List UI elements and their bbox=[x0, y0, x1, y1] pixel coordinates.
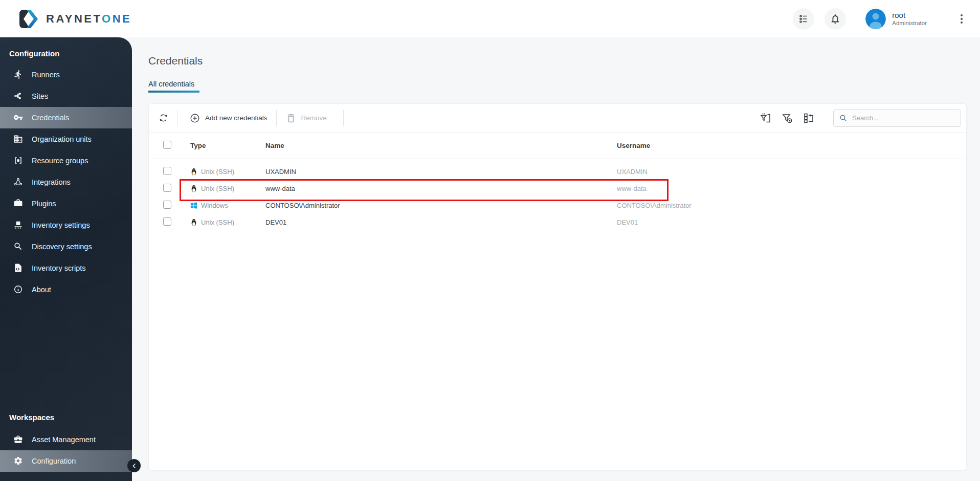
column-header-username[interactable]: Username bbox=[617, 142, 966, 149]
table-row[interactable]: Unix (SSH) UXADMIN UXADMIN bbox=[149, 163, 966, 180]
task-list-button[interactable] bbox=[793, 8, 814, 30]
username-cell: UXADMIN bbox=[617, 168, 966, 176]
sidebar-item[interactable]: Asset Management bbox=[0, 429, 132, 450]
sidebar-item[interactable]: Inventory scripts bbox=[0, 257, 132, 279]
sidebar-item[interactable]: Organization units bbox=[0, 128, 132, 150]
refresh-icon bbox=[158, 113, 169, 123]
type-label: Unix (SSH) bbox=[201, 185, 234, 192]
user-role: Administrator bbox=[892, 20, 927, 27]
sidebar-item[interactable]: Sites bbox=[0, 85, 132, 107]
sidebar-section-title: Workspaces bbox=[0, 413, 132, 429]
avatar[interactable] bbox=[865, 9, 886, 29]
refresh-button[interactable] bbox=[158, 113, 169, 123]
sidebar-item-label: Plugins bbox=[32, 200, 56, 208]
sidebar-item-label: Discovery settings bbox=[32, 243, 92, 251]
sidebar-item[interactable]: About bbox=[0, 279, 132, 300]
remove-label: Remove bbox=[301, 114, 327, 122]
sidebar-item-label: Runners bbox=[32, 71, 60, 79]
search-input[interactable] bbox=[852, 114, 955, 122]
user-avatar-icon bbox=[865, 9, 886, 29]
sidebar-item[interactable]: Inventory settings bbox=[0, 214, 132, 236]
sidebar-item-label: Credentials bbox=[32, 114, 69, 122]
organization-icon bbox=[13, 134, 24, 144]
sidebar-item[interactable]: Discovery settings bbox=[0, 236, 132, 257]
sidebar-item[interactable]: Resource groups bbox=[0, 150, 132, 171]
add-new-credentials-label: Add new credentials bbox=[205, 114, 268, 122]
sidebar-item-label: Inventory settings bbox=[32, 221, 90, 229]
user-name: root bbox=[892, 11, 927, 19]
type-label: Windows bbox=[201, 202, 228, 209]
sidebar-collapse-button[interactable] bbox=[127, 459, 141, 472]
sidebar-item[interactable]: Credentials bbox=[0, 107, 132, 128]
table-row[interactable]: Windows CONTOSO\Administrator CONTOSO\Ad… bbox=[149, 197, 966, 214]
save-filter-button[interactable] bbox=[760, 112, 772, 124]
column-header-name[interactable]: Name bbox=[265, 142, 617, 149]
integrations-icon bbox=[13, 177, 24, 187]
clear-filter-button[interactable] bbox=[781, 112, 793, 124]
sites-icon bbox=[13, 91, 24, 101]
name-cell: CONTOSO\Administrator bbox=[265, 202, 617, 209]
windows-icon bbox=[190, 202, 197, 209]
row-checkbox[interactable] bbox=[163, 167, 171, 175]
type-cell: Windows bbox=[190, 202, 265, 209]
plus-circle-icon bbox=[189, 113, 201, 124]
username-cell: www-data bbox=[617, 185, 966, 192]
main-content: Credentials All credentials Add new cred… bbox=[132, 37, 980, 481]
select-all-checkbox[interactable] bbox=[163, 141, 171, 149]
add-new-credentials-button[interactable]: Add new credentials bbox=[189, 113, 268, 124]
search-box bbox=[833, 110, 961, 127]
table-row[interactable]: Unix (SSH) www-data www-data bbox=[149, 180, 966, 197]
topbar: RAYNETONE root Administrator bbox=[0, 0, 980, 37]
chevron-left-icon bbox=[131, 463, 138, 469]
row-checkbox[interactable] bbox=[163, 217, 171, 226]
sidebar-item[interactable]: Integrations bbox=[0, 171, 132, 193]
type-cell: Unix (SSH) bbox=[190, 218, 265, 226]
key-icon bbox=[13, 113, 24, 123]
table-body: Unix (SSH) UXADMIN UXADMIN Unix (SSH) ww… bbox=[149, 159, 966, 231]
sidebar-section-configuration: Configuration Runners Sites Credentials … bbox=[0, 37, 132, 300]
column-header-type[interactable]: Type bbox=[190, 142, 265, 149]
search-icon bbox=[839, 114, 848, 122]
row-checkbox[interactable] bbox=[163, 184, 171, 192]
sidebar-item[interactable]: Runners bbox=[0, 64, 132, 85]
remove-button[interactable]: Remove bbox=[285, 113, 327, 124]
name-cell: DEV01 bbox=[265, 218, 617, 226]
type-cell: Unix (SSH) bbox=[190, 185, 265, 192]
more-menu-icon[interactable] bbox=[959, 12, 965, 26]
filter-document-icon bbox=[760, 112, 772, 124]
name-cell: UXADMIN bbox=[265, 168, 617, 176]
scripts-icon bbox=[13, 263, 24, 273]
name-cell: www-data bbox=[265, 185, 617, 192]
toolbar-separator bbox=[177, 110, 178, 126]
toolbar-separator bbox=[343, 110, 344, 126]
sidebar-item-label: Inventory scripts bbox=[32, 264, 86, 272]
brand-wordmark: RAYNETONE bbox=[46, 12, 131, 26]
column-chooser-button[interactable] bbox=[803, 112, 815, 124]
trash-icon bbox=[285, 113, 297, 124]
sidebar-item[interactable]: Configuration bbox=[0, 450, 132, 472]
sidebar-item-label: Organization units bbox=[32, 135, 92, 143]
sidebar-item-label: About bbox=[32, 286, 51, 294]
resource-groups-icon bbox=[13, 156, 24, 166]
sidebar: Configuration Runners Sites Credentials … bbox=[0, 37, 132, 481]
tab-all-credentials[interactable]: All credentials bbox=[148, 80, 197, 93]
username-cell: DEV01 bbox=[617, 218, 966, 226]
table-row[interactable]: Unix (SSH) DEV01 DEV01 bbox=[149, 214, 966, 231]
sidebar-item[interactable]: Plugins bbox=[0, 193, 132, 214]
toolbar: Add new credentials Remove bbox=[149, 104, 966, 133]
sidebar-section-title: Configuration bbox=[0, 37, 132, 64]
sidebar-item-label: Sites bbox=[32, 92, 48, 100]
row-checkbox[interactable] bbox=[163, 201, 171, 209]
bell-icon bbox=[830, 13, 841, 25]
type-cell: Unix (SSH) bbox=[190, 168, 265, 176]
sidebar-item-label: Resource groups bbox=[32, 157, 88, 165]
user-info[interactable]: root Administrator bbox=[892, 11, 927, 26]
notifications-button[interactable] bbox=[825, 8, 846, 30]
sidebar-item-label: Asset Management bbox=[32, 435, 96, 444]
discovery-icon bbox=[13, 242, 24, 252]
app-logo: RAYNETONE bbox=[18, 9, 131, 29]
credentials-card: Add new credentials Remove bbox=[148, 103, 967, 470]
page-title: Credentials bbox=[148, 55, 980, 67]
task-list-icon bbox=[798, 13, 809, 25]
briefcase-icon bbox=[13, 434, 24, 445]
